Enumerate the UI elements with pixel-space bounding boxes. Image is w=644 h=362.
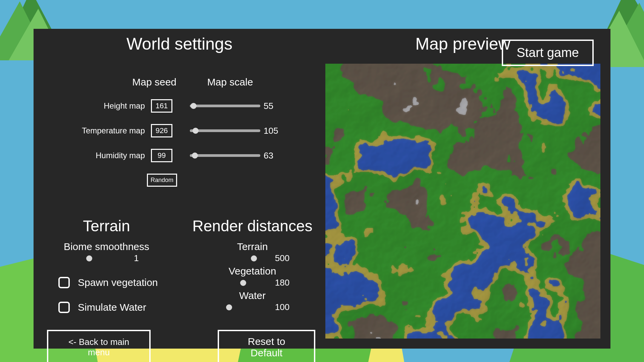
render-terrain-value: 500: [275, 253, 289, 263]
terrain-column: Terrain Biome smoothness 1 Spawn vegetat…: [44, 217, 169, 313]
height-seed-input[interactable]: [151, 99, 172, 113]
world-settings-title: World settings: [44, 34, 315, 54]
simulate-water-checkbox[interactable]: [58, 302, 70, 313]
render-distances-title: Render distances: [193, 217, 313, 235]
render-water-label: Water: [239, 290, 266, 301]
render-water-slider[interactable]: [215, 306, 269, 309]
start-game-button[interactable]: Start game: [502, 40, 594, 66]
render-vegetation-slider[interactable]: [215, 282, 269, 284]
spawn-vegetation-label: Spawn vegetation: [78, 277, 158, 288]
right-column: Map preview Start game: [325, 33, 600, 339]
reset-button[interactable]: Reset to Default: [218, 330, 315, 362]
render-water-value: 100: [275, 302, 289, 312]
random-button[interactable]: Random: [147, 174, 177, 187]
humidity-map-label: Humidity map: [44, 151, 151, 160]
humidity-scale-value: 63: [264, 150, 284, 161]
map-seed-header: Map seed: [44, 76, 176, 88]
humidity-seed-input[interactable]: [151, 149, 172, 162]
height-scale-slider[interactable]: [190, 104, 260, 108]
render-column: Render distances Terrain 500 Vegetation …: [190, 217, 315, 313]
settings-panel: World settings Map seed Map scale Height…: [34, 29, 610, 349]
biome-smoothness-slider[interactable]: [74, 257, 128, 260]
seed-grid: Map seed Map scale Height map 55 Tempera…: [44, 65, 315, 187]
humidity-scale-slider[interactable]: [190, 153, 260, 158]
temperature-seed-input[interactable]: [151, 124, 172, 137]
render-vegetation-label: Vegetation: [229, 265, 276, 277]
map-preview-image: [325, 64, 600, 339]
render-terrain-label: Terrain: [237, 241, 268, 252]
simulate-water-label: Simulate Water: [78, 302, 146, 313]
render-terrain-slider[interactable]: [215, 257, 269, 260]
terrain-title: Terrain: [83, 217, 130, 235]
temperature-map-label: Temperature map: [44, 126, 151, 135]
height-scale-value: 55: [264, 101, 284, 111]
back-button[interactable]: <- Back to main menu: [47, 330, 151, 362]
render-vegetation-value: 180: [275, 278, 289, 288]
map-scale-header: Map scale: [176, 76, 284, 88]
temperature-scale-slider[interactable]: [190, 128, 260, 133]
lower-section: Terrain Biome smoothness 1 Spawn vegetat…: [44, 217, 315, 313]
left-column: World settings Map seed Map scale Height…: [44, 33, 315, 339]
biome-smoothness-value: 1: [134, 253, 139, 263]
biome-smoothness-label: Biome smoothness: [64, 241, 149, 252]
temperature-scale-value: 105: [264, 126, 284, 136]
height-map-label: Height map: [44, 101, 151, 111]
spawn-vegetation-checkbox[interactable]: [58, 277, 70, 288]
bottom-buttons: <- Back to main menu Reset to Default: [44, 313, 315, 362]
